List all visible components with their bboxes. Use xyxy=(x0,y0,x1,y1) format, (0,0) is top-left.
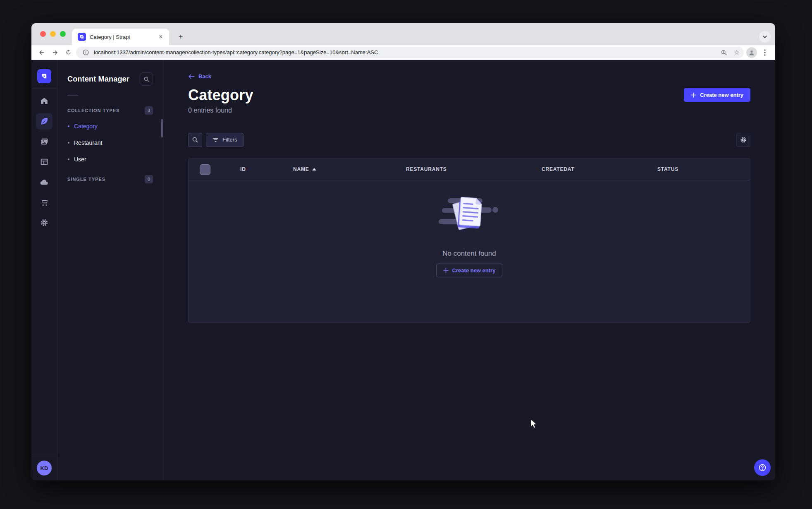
search-icon xyxy=(143,76,150,82)
new-tab-button[interactable]: + xyxy=(175,31,186,43)
entries-count-text: 0 entries found xyxy=(188,107,750,114)
nav-media-library-button[interactable] xyxy=(36,133,53,150)
browser-menu-icon[interactable] xyxy=(759,47,770,58)
subnav-scrollbar-thumb[interactable] xyxy=(161,119,163,137)
nav-content-manager-button[interactable] xyxy=(36,113,53,130)
arrow-left-icon xyxy=(188,74,195,79)
collection-types-label: COLLECTION TYPES xyxy=(67,108,120,113)
filters-row: Filters xyxy=(188,133,750,147)
empty-documents-illustration xyxy=(436,192,502,238)
search-icon xyxy=(192,137,198,143)
url-bar[interactable]: localhost:1337/admin/content-manager/col… xyxy=(76,47,744,58)
plus-icon xyxy=(443,268,449,273)
gear-icon xyxy=(740,136,747,144)
sort-ascending-icon xyxy=(312,168,316,170)
subnav-item-label: Category xyxy=(74,123,98,130)
gear-icon xyxy=(40,218,49,227)
column-header-createdat[interactable]: CREATEDAT xyxy=(542,158,574,180)
shopping-cart-icon xyxy=(40,198,49,207)
rail-footer-divider xyxy=(31,455,57,455)
filter-icon xyxy=(213,137,219,142)
back-nav-icon[interactable] xyxy=(36,47,47,58)
tab-strip: Category | Strapi × + xyxy=(31,23,775,45)
back-link[interactable]: Back xyxy=(188,73,211,79)
table-search-button[interactable] xyxy=(188,133,202,147)
home-icon xyxy=(40,96,49,106)
nav-cloud-button[interactable] xyxy=(36,174,53,190)
strapi-favicon xyxy=(78,33,86,41)
filters-button[interactable]: Filters xyxy=(206,133,244,147)
empty-state-message: No content found xyxy=(442,250,496,258)
chevron-down-icon xyxy=(762,34,767,39)
subnav-divider xyxy=(67,95,78,96)
nav-content-type-builder-button[interactable] xyxy=(36,154,53,170)
table-header-row: ID NAME RESTAURANTS CREATEDAT STATUS xyxy=(189,158,750,180)
nav-marketplace-button[interactable] xyxy=(36,194,53,211)
browser-window: Category | Strapi × + localhost:1337/adm… xyxy=(31,23,775,480)
subnav-title: Content Manager xyxy=(67,75,129,84)
traffic-lights xyxy=(40,31,66,37)
url-text[interactable]: localhost:1337/admin/content-manager/col… xyxy=(94,49,716,55)
subnav-search-button[interactable] xyxy=(140,72,153,86)
close-window-button[interactable] xyxy=(40,31,46,37)
tab-search-button[interactable] xyxy=(759,31,771,43)
browser-toolbar: localhost:1337/admin/content-manager/col… xyxy=(31,45,775,60)
bullet-icon xyxy=(68,158,69,160)
empty-create-new-entry-button[interactable]: Create new entry xyxy=(436,264,503,277)
single-types-count-badge: 0 xyxy=(145,175,153,183)
bookmark-star-icon[interactable]: ☆ xyxy=(732,48,741,57)
zoom-in-icon[interactable] xyxy=(719,48,728,57)
plus-icon xyxy=(691,92,696,98)
layout-icon xyxy=(40,157,49,166)
subnav-item-label: Restaurant xyxy=(74,139,102,146)
column-header-name[interactable]: NAME xyxy=(293,158,316,180)
tab-title: Category | Strapi xyxy=(90,34,153,40)
cloud-icon xyxy=(39,177,49,187)
question-mark-icon xyxy=(758,463,767,472)
subnav-item-label: User xyxy=(74,156,86,163)
browser-tab[interactable]: Category | Strapi × xyxy=(72,29,169,45)
minimize-window-button[interactable] xyxy=(50,31,56,37)
browser-profile-icon[interactable] xyxy=(746,47,757,58)
single-types-label: SINGLE TYPES xyxy=(67,177,105,182)
rail-divider xyxy=(31,89,57,89)
bullet-icon xyxy=(68,142,69,144)
column-header-restaurants[interactable]: RESTAURANTS xyxy=(406,158,447,180)
view-settings-button[interactable] xyxy=(736,133,750,147)
site-info-icon[interactable] xyxy=(81,48,90,57)
strapi-logo[interactable] xyxy=(37,69,51,83)
maximize-window-button[interactable] xyxy=(60,31,66,37)
content-manager-subnav: Content Manager COLLECTION TYPES 3 Categ… xyxy=(57,60,163,480)
subnav-item-user[interactable]: User xyxy=(57,151,163,168)
help-button[interactable] xyxy=(754,459,771,476)
nav-settings-button[interactable] xyxy=(36,214,53,231)
media-library-icon xyxy=(40,137,49,146)
reload-icon[interactable] xyxy=(63,47,74,58)
nav-home-button[interactable] xyxy=(36,93,53,109)
empty-state: No content found Create new entry xyxy=(189,192,750,277)
column-header-id[interactable]: ID xyxy=(240,158,246,180)
create-new-entry-button[interactable]: Create new entry xyxy=(684,88,750,102)
column-header-status[interactable]: STATUS xyxy=(657,158,678,180)
feather-pen-icon xyxy=(40,117,49,126)
page-title: Category xyxy=(188,86,253,104)
bullet-icon xyxy=(68,125,69,127)
subnav-item-category[interactable]: Category xyxy=(57,118,163,134)
select-all-checkbox[interactable] xyxy=(200,164,210,175)
close-tab-icon[interactable]: × xyxy=(157,33,165,41)
entries-table: ID NAME RESTAURANTS CREATEDAT STATUS xyxy=(188,158,750,323)
forward-nav-icon[interactable] xyxy=(50,47,60,58)
user-avatar[interactable]: KD xyxy=(37,461,52,475)
collection-types-count-badge: 3 xyxy=(145,106,153,115)
main-navigation-rail: KD xyxy=(31,60,57,480)
main-content: Back Category Create new entry 0 entries… xyxy=(163,60,775,480)
strapi-app: KD Content Manager COLLECTION TYPES 3 Ca… xyxy=(31,60,775,480)
subnav-item-restaurant[interactable]: Restaurant xyxy=(57,134,163,151)
